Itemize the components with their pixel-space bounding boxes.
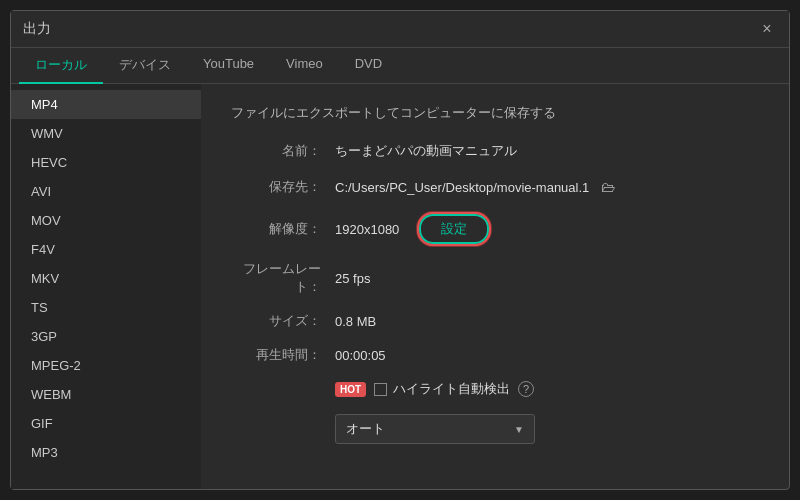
sidebar-item-mov[interactable]: MOV — [11, 206, 201, 235]
dialog-title: 出力 — [23, 20, 51, 38]
hot-badge: HOT — [335, 382, 366, 397]
name-value: ちーまどパパの動画マニュアル — [335, 142, 759, 160]
format-sidebar: MP4 WMV HEVC AVI MOV F4V MKV TS 3GP MPEG… — [11, 84, 201, 489]
tab-youtube[interactable]: YouTube — [187, 48, 270, 84]
sidebar-item-wmv[interactable]: WMV — [11, 119, 201, 148]
duration-label: 再生時間： — [231, 346, 321, 364]
size-row: サイズ： 0.8 MB — [231, 312, 759, 330]
panel-description: ファイルにエクスポートしてコンピューターに保存する — [231, 104, 759, 122]
dropdown-row: オート ▼ — [231, 414, 759, 444]
browse-folder-button[interactable]: 🗁 — [597, 176, 619, 198]
size-value: 0.8 MB — [335, 314, 759, 329]
close-button[interactable]: × — [757, 19, 777, 39]
output-dialog: 出力 × ローカル デバイス YouTube Vimeo DVD MP4 WMV… — [10, 10, 790, 490]
resolution-value: 1920x1080 — [335, 222, 399, 237]
highlight-label-text: ハイライト自動検出 — [393, 380, 510, 398]
highlight-checkbox-label[interactable]: ハイライト自動検出 — [374, 380, 510, 398]
resolution-container: 1920x1080 設定 — [335, 214, 489, 244]
tab-bar: ローカル デバイス YouTube Vimeo DVD — [11, 48, 789, 84]
tab-device[interactable]: デバイス — [103, 48, 187, 84]
name-row: 名前： ちーまどパパの動画マニュアル — [231, 142, 759, 160]
content-area: MP4 WMV HEVC AVI MOV F4V MKV TS 3GP MPEG… — [11, 84, 789, 489]
name-label: 名前： — [231, 142, 321, 160]
help-icon[interactable]: ? — [518, 381, 534, 397]
chevron-down-icon: ▼ — [514, 424, 524, 435]
sidebar-item-hevc[interactable]: HEVC — [11, 148, 201, 177]
duration-value: 00:00:05 — [335, 348, 759, 363]
sidebar-item-f4v[interactable]: F4V — [11, 235, 201, 264]
auto-dropdown[interactable]: オート ▼ — [335, 414, 535, 444]
save-label: 保存先： — [231, 178, 321, 196]
duration-row: 再生時間： 00:00:05 — [231, 346, 759, 364]
resolution-row: 解像度： 1920x1080 設定 — [231, 214, 759, 244]
settings-button[interactable]: 設定 — [419, 214, 489, 244]
sidebar-item-avi[interactable]: AVI — [11, 177, 201, 206]
framerate-value: 25 fps — [335, 271, 759, 286]
sidebar-item-mp3[interactable]: MP3 — [11, 438, 201, 467]
dropdown-value: オート — [346, 420, 385, 438]
highlight-checkbox[interactable] — [374, 383, 387, 396]
sidebar-item-webm[interactable]: WEBM — [11, 380, 201, 409]
tab-vimeo[interactable]: Vimeo — [270, 48, 339, 84]
sidebar-item-3gp[interactable]: 3GP — [11, 322, 201, 351]
settings-panel: ファイルにエクスポートしてコンピューターに保存する 名前： ちーまどパパの動画マ… — [201, 84, 789, 489]
highlight-row: HOT ハイライト自動検出 ? — [231, 380, 759, 398]
sidebar-item-ts[interactable]: TS — [11, 293, 201, 322]
save-path-value: C:/Users/PC_User/Desktop/movie-manual.1 — [335, 180, 589, 195]
sidebar-item-mkv[interactable]: MKV — [11, 264, 201, 293]
framerate-label: フレームレート： — [231, 260, 321, 296]
size-label: サイズ： — [231, 312, 321, 330]
tab-dvd[interactable]: DVD — [339, 48, 398, 84]
sidebar-item-gif[interactable]: GIF — [11, 409, 201, 438]
tab-local[interactable]: ローカル — [19, 48, 103, 84]
framerate-row: フレームレート： 25 fps — [231, 260, 759, 296]
resolution-label: 解像度： — [231, 220, 321, 238]
highlight-container: HOT ハイライト自動検出 ? — [335, 380, 534, 398]
title-bar: 出力 × — [11, 11, 789, 48]
sidebar-item-mp4[interactable]: MP4 — [11, 90, 201, 119]
sidebar-item-mpeg2[interactable]: MPEG-2 — [11, 351, 201, 380]
save-path-row: 保存先： C:/Users/PC_User/Desktop/movie-manu… — [231, 176, 759, 198]
file-path-container: C:/Users/PC_User/Desktop/movie-manual.1 … — [335, 176, 619, 198]
